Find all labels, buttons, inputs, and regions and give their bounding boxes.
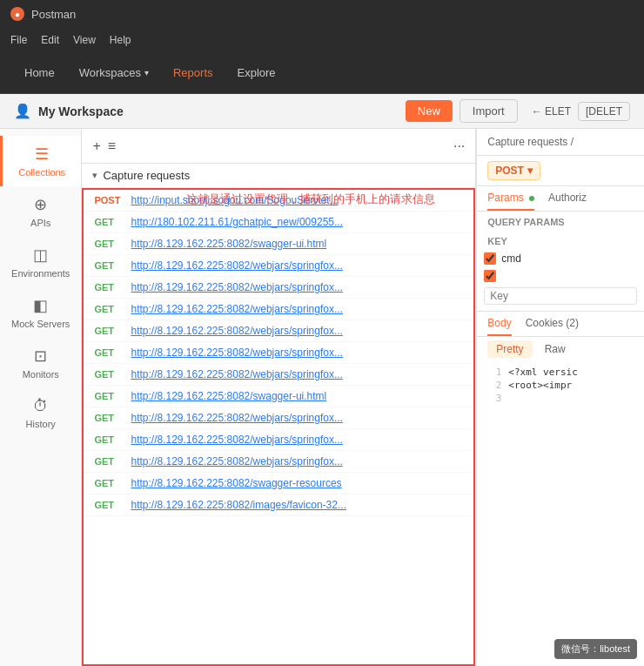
request-url[interactable]: http://8.129.162.225:8082/swagger-ui.htm… (131, 390, 326, 402)
sidebar-item-mock-servers[interactable]: ◧ Mock Servers (0, 287, 81, 338)
delet-button[interactable]: [DELET (578, 102, 630, 121)
list-item[interactable]: GET http://8.129.162.225:8082/webjars/sp… (84, 299, 473, 320)
menu-view[interactable]: View (73, 34, 96, 46)
method-badge: GET (94, 500, 125, 510)
more-options-button[interactable]: ··· (453, 138, 465, 154)
collection-header[interactable]: ▾ Capture requests (82, 164, 475, 188)
list-item[interactable]: POST http://input.shouji.sogou.com/Sogou… (84, 190, 473, 212)
request-url[interactable]: http://8.129.162.225:8082/webjars/spring… (131, 259, 343, 272)
request-list-container: 这就是通过设置代理，捕获到的手机上的请求信息 POST http://input… (82, 188, 475, 666)
code-line-1: 1 <?xml versic (487, 367, 634, 378)
param-checkbox-cmd[interactable] (484, 252, 496, 265)
sidebar: ☰ Collections ⊕ APIs ◫ Environments ◧ Mo… (0, 129, 82, 666)
request-url[interactable]: http://input.shouji.sogou.com/SogouServl… (131, 194, 338, 206)
nav-workspaces[interactable]: Workspaces ▾ (69, 61, 159, 84)
list-item[interactable]: GET http://8.129.162.225:8082/swagger-re… (84, 473, 473, 494)
line-num-2: 2 (487, 380, 501, 391)
collection-chevron-icon: ▾ (92, 170, 97, 181)
mock-servers-icon: ◧ (33, 296, 48, 315)
method-chevron-icon: ▾ (527, 165, 533, 177)
method-badge: GET (94, 391, 125, 401)
request-url[interactable]: http://8.129.162.225:8082/webjars/spring… (131, 281, 343, 293)
elet-button[interactable]: ← ELET (532, 105, 571, 118)
request-url[interactable]: http://8.129.162.225:8082/swagger-resour… (131, 477, 341, 489)
filter-button[interactable]: ≡ (108, 138, 116, 154)
menu-edit[interactable]: Edit (41, 34, 59, 46)
nav-explore[interactable]: Explore (227, 61, 286, 84)
method-badge: GET (94, 434, 125, 445)
menu-file[interactable]: File (10, 34, 27, 46)
tab-pretty[interactable]: Pretty (487, 340, 532, 358)
list-item[interactable]: GET http://8.129.162.225:8082/webjars/sp… (84, 277, 473, 299)
request-url[interactable]: http://8.129.162.225:8082/swagger-ui.htm… (131, 238, 326, 250)
request-url[interactable]: http://8.129.162.225:8082/webjars/spring… (131, 368, 343, 380)
nav-reports[interactable]: Reports (163, 61, 224, 84)
collections-icon: ☰ (35, 145, 49, 164)
list-item[interactable]: GET http://8.129.162.225:8082/webjars/sp… (84, 407, 473, 429)
list-item[interactable]: GET http://8.129.162.225:8082/webjars/sp… (84, 364, 473, 386)
workspacebar: 👤 My Workspace New Import ← ELET [DELET (0, 94, 644, 129)
param-row-cmd: cmd (477, 250, 644, 267)
list-item[interactable]: GET http://8.129.162.225:8082/swagger-ui… (84, 386, 473, 407)
param-key-cmd: cmd (501, 252, 521, 265)
method-badge: GET (94, 304, 125, 314)
method-badge: GET (94, 260, 125, 271)
bottom-tabs: Body Cookies (2) (477, 311, 644, 337)
method-badge: GET (94, 347, 125, 358)
list-item[interactable]: GET http://8.129.162.225:8082/webjars/sp… (84, 451, 473, 473)
param-key-input[interactable] (484, 287, 637, 305)
import-button[interactable]: Import (460, 99, 518, 123)
tab-params[interactable]: Params (487, 186, 534, 211)
navbar: Home Workspaces ▾ Reports Explore (0, 52, 644, 94)
new-button[interactable]: New (406, 100, 453, 122)
environments-icon: ◫ (33, 246, 48, 265)
add-collection-button[interactable]: + (92, 138, 100, 154)
list-item[interactable]: GET http://180.102.211.61/gchatpic_new/0… (84, 212, 473, 233)
tab-authorize[interactable]: Authoriz (548, 186, 587, 211)
list-item[interactable]: GET http://8.129.162.225:8082/webjars/sp… (84, 342, 473, 364)
nav-home[interactable]: Home (14, 61, 65, 84)
request-url[interactable]: http://8.129.162.225:8082/webjars/spring… (131, 303, 343, 315)
tab-cookies[interactable]: Cookies (2) (526, 312, 579, 336)
sidebar-item-collections[interactable]: ☰ Collections (0, 136, 81, 186)
left-panel: + ≡ ··· ▾ Capture requests 这就是通过设置代理，捕获到… (82, 129, 476, 666)
method-badge: GET (94, 239, 125, 249)
method-dropdown[interactable]: POST ▾ (487, 161, 540, 180)
param-row-empty (477, 267, 644, 285)
list-item[interactable]: GET http://8.129.162.225:8082/swagger-ui… (84, 233, 473, 255)
list-item[interactable]: GET http://8.129.162.225:8082/webjars/sp… (84, 429, 473, 451)
list-item[interactable]: GET http://8.129.162.225:8082/webjars/sp… (84, 255, 473, 277)
method-badge: GET (94, 326, 125, 336)
request-url[interactable]: http://8.129.162.225:8082/webjars/spring… (131, 346, 343, 359)
method-badge: GET (94, 478, 125, 488)
code-text-1: <?xml versic (508, 367, 577, 378)
list-item[interactable]: GET http://8.129.162.225:8082/images/fav… (84, 494, 473, 516)
sidebar-item-environments-label: Environments (11, 268, 70, 279)
sidebar-item-monitors-label: Monitors (23, 369, 59, 380)
tab-raw[interactable]: Raw (536, 340, 574, 358)
request-url[interactable]: http://8.129.162.225:8082/images/favicon… (131, 499, 346, 511)
collection-name: Capture requests (103, 169, 190, 182)
tab-body[interactable]: Body (487, 312, 511, 336)
line-num-1: 1 (487, 367, 501, 378)
sidebar-item-apis-label: APIs (30, 218, 50, 228)
sidebar-item-environments[interactable]: ◫ Environments (0, 237, 81, 287)
sidebar-item-apis[interactable]: ⊕ APIs (0, 186, 81, 237)
request-url[interactable]: http://8.129.162.225:8082/webjars/spring… (131, 412, 343, 424)
list-item[interactable]: GET http://8.129.162.225:8082/webjars/sp… (84, 320, 473, 342)
sidebar-item-collections-label: Collections (18, 167, 65, 178)
request-url[interactable]: http://8.129.162.225:8082/webjars/spring… (131, 325, 343, 337)
menu-help[interactable]: Help (110, 34, 131, 46)
sidebar-item-monitors[interactable]: ⊡ Monitors (0, 338, 81, 388)
sidebar-item-history[interactable]: ⏱ History (0, 388, 81, 438)
request-list: POST http://input.shouji.sogou.com/Sogou… (82, 188, 475, 666)
request-url[interactable]: http://8.129.162.225:8082/webjars/spring… (131, 434, 343, 446)
method-badge: GET (94, 217, 125, 227)
request-url[interactable]: http://8.129.162.225:8082/webjars/spring… (131, 455, 343, 468)
code-line-3: 3 (487, 393, 634, 404)
main-layout: ☰ Collections ⊕ APIs ◫ Environments ◧ Mo… (0, 129, 644, 666)
app-icon: ● (10, 7, 24, 21)
method-badge: GET (94, 369, 125, 380)
request-url[interactable]: http://180.102.211.61/gchatpic_new/00925… (131, 216, 343, 228)
param-checkbox-empty[interactable] (484, 270, 496, 282)
